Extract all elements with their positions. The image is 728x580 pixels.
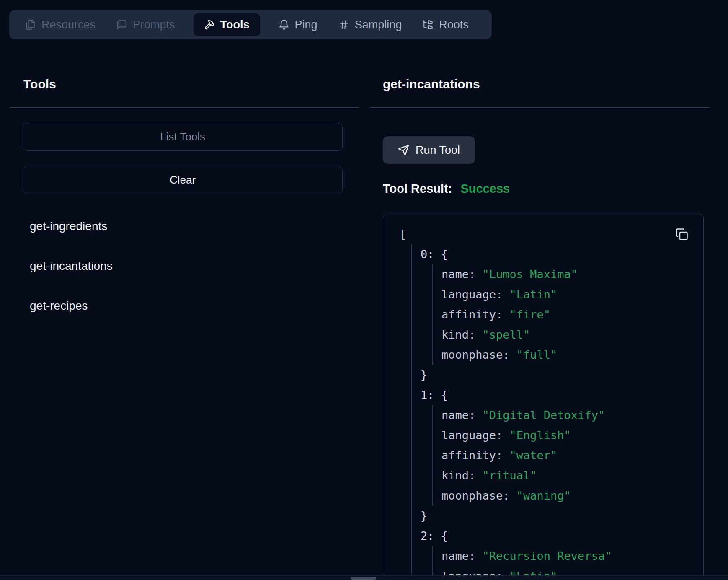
json-key: affinity:: [441, 449, 510, 462]
json-entry-name: name: "Lumos Maxima": [441, 264, 695, 285]
json-index: 0:: [421, 248, 441, 261]
json-object-close: }: [421, 506, 695, 526]
list-tools-button[interactable]: List Tools: [23, 123, 343, 151]
json-entry-kind: kind: "spell": [441, 325, 695, 345]
folder-tree-icon: [423, 19, 434, 30]
json-entry-language: language: "English": [441, 425, 695, 445]
json-key: name:: [441, 549, 483, 562]
tool-result-status: Success: [460, 182, 510, 195]
files-icon: [25, 19, 36, 30]
tab-label: Resources: [41, 18, 96, 31]
hash-icon: [338, 19, 349, 30]
json-value: "ritual": [483, 469, 537, 482]
json-key: kind:: [441, 469, 483, 482]
json-tree: [0: {name: "Lumos Maxima"language: "Lati…: [383, 214, 703, 580]
json-value: "spell": [483, 328, 530, 341]
tool-result-box: [0: {name: "Lumos Maxima"language: "Lati…: [383, 214, 704, 580]
tab-label: Tools: [220, 18, 250, 31]
tool-list-item[interactable]: get-ingredients: [30, 217, 113, 236]
json-value: "Latin": [510, 288, 558, 301]
tool-list-item[interactable]: get-incantations: [30, 257, 113, 275]
json-object-toggle[interactable]: 1: {: [421, 385, 695, 405]
json-entry-moonphase: moonphase: "full": [441, 345, 695, 365]
tab-label: Ping: [295, 18, 318, 31]
tab-label: Prompts: [133, 18, 175, 31]
tab-roots[interactable]: Roots: [423, 18, 469, 31]
json-key: affinity:: [441, 308, 510, 321]
run-tool-button[interactable]: Run Tool: [383, 136, 475, 164]
json-entry-name: name: "Digital Detoxify": [441, 405, 695, 425]
send-icon: [398, 145, 409, 156]
json-value: "English": [510, 429, 571, 442]
hammer-icon: [204, 19, 215, 30]
json-object-close: }: [421, 365, 695, 385]
json-value: "Digital Detoxify": [483, 409, 605, 422]
json-entry-language: language: "Latin": [441, 285, 695, 305]
json-index: 2:: [421, 529, 441, 542]
copy-icon: [676, 228, 689, 241]
json-entry-affinity: affinity: "fire": [441, 305, 695, 325]
json-entry-kind: kind: "ritual": [441, 466, 695, 486]
horizontal-scrollbar-track[interactable]: [0, 575, 728, 580]
json-value: "water": [510, 449, 558, 462]
json-punct: [: [400, 228, 406, 241]
json-value: "Recursion Reversa": [483, 549, 612, 562]
tab-label: Sampling: [355, 18, 402, 31]
json-children: name: "Recursion Reversa"language: "Lati…: [432, 546, 695, 580]
detail-panel-divider: [370, 107, 710, 108]
clear-button[interactable]: Clear: [23, 166, 343, 194]
json-key: language:: [441, 429, 510, 442]
tab-sampling[interactable]: Sampling: [338, 18, 402, 31]
tab-resources: Resources: [25, 18, 96, 31]
json-value: "fire": [510, 308, 551, 321]
json-value: "full": [516, 348, 558, 361]
json-children: name: "Lumos Maxima"language: "Latin"aff…: [432, 264, 695, 365]
json-array-toggle[interactable]: [: [400, 224, 695, 244]
json-object-toggle[interactable]: 0: {: [421, 244, 695, 264]
tools-panel-title: Tools: [23, 77, 56, 91]
tool-list-item[interactable]: get-recipes: [30, 297, 113, 315]
tab-label: Roots: [439, 18, 469, 31]
json-entry-moonphase: moonphase: "waning": [441, 486, 695, 506]
tab-prompts: Prompts: [116, 18, 175, 31]
selected-tool-title: get-incantations: [383, 77, 480, 91]
run-tool-label: Run Tool: [416, 144, 460, 157]
json-punct: }: [421, 509, 427, 522]
json-key: name:: [441, 268, 483, 281]
json-index: 1:: [421, 388, 441, 401]
json-punct: {: [441, 529, 448, 542]
tool-list: get-ingredientsget-incantationsget-recip…: [30, 217, 113, 337]
message-square-icon: [116, 19, 127, 30]
json-value: "Lumos Maxima": [483, 268, 578, 281]
json-key: language:: [441, 288, 510, 301]
json-entry-affinity: affinity: "water": [441, 445, 695, 466]
capability-tab-bar: ResourcesPromptsToolsPingSamplingRoots: [9, 10, 492, 39]
json-key: kind:: [441, 328, 483, 341]
horizontal-scrollbar-thumb[interactable]: [351, 577, 376, 580]
tab-tools[interactable]: Tools: [194, 13, 260, 36]
json-punct: {: [441, 248, 448, 261]
tools-panel-divider: [10, 107, 359, 108]
json-value: "waning": [516, 489, 571, 502]
tab-ping[interactable]: Ping: [279, 18, 318, 31]
json-punct: }: [421, 368, 427, 381]
tool-result-line: Tool Result: Success: [383, 182, 510, 196]
json-object-toggle[interactable]: 2: {: [421, 526, 695, 546]
tool-result-label: Tool Result:: [383, 182, 452, 195]
json-children: 0: {name: "Lumos Maxima"language: "Latin…: [411, 244, 695, 580]
json-punct: {: [441, 388, 448, 401]
json-key: moonphase:: [441, 489, 516, 502]
bell-icon: [279, 19, 289, 30]
json-key: name:: [441, 409, 483, 422]
copy-button[interactable]: [676, 228, 689, 241]
json-key: moonphase:: [441, 348, 516, 361]
json-entry-name: name: "Recursion Reversa": [441, 546, 695, 566]
json-children: name: "Digital Detoxify"language: "Engli…: [432, 405, 695, 506]
